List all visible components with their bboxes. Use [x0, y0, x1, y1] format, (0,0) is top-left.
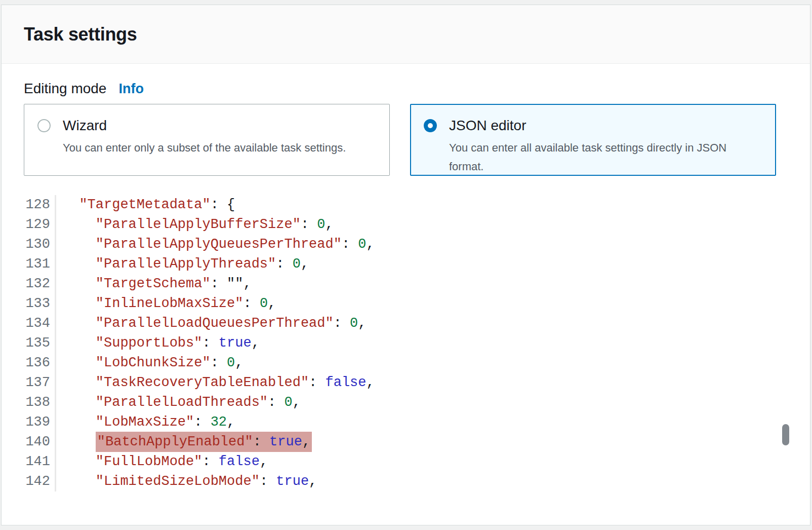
code-line[interactable]: 136 "LobChunkSize": 0,	[24, 353, 788, 373]
tile-json-editor-title: JSON editor	[449, 118, 763, 134]
code-token: :	[309, 375, 325, 390]
code-token: "FullLobMode"	[96, 454, 202, 469]
code-token: ,	[243, 276, 251, 291]
editing-mode-tiles: Wizard You can enter only a subset of th…	[24, 104, 788, 176]
code-line[interactable]: 132 "TargetSchema": "",	[24, 274, 788, 294]
panel-header: Task settings	[2, 5, 810, 64]
code-token: 0	[293, 256, 301, 272]
code-token: 0	[227, 355, 235, 370]
code-token	[63, 434, 96, 449]
json-code-editor[interactable]: 128 "TargetMetadata": {129 "ParallelAppl…	[24, 195, 788, 491]
tile-wizard-description: You can enter only a subset of the avail…	[63, 138, 377, 157]
code-token: true	[219, 335, 252, 351]
code-token: ,	[367, 375, 375, 390]
code-token: "TargetMetadata"	[79, 197, 210, 212]
code-token: ,	[252, 335, 260, 351]
code-line[interactable]: 140 "BatchApplyEnabled": true,	[24, 432, 788, 452]
code-token: 0	[317, 217, 325, 232]
code-token: :	[243, 296, 259, 311]
code-line[interactable]: 128 "TargetMetadata": {	[24, 195, 788, 215]
line-number: 132	[24, 274, 56, 294]
code-token	[63, 414, 96, 430]
code-token: "ParallelApplyBufferSize"	[96, 217, 301, 232]
code-line[interactable]: 135 "SupportLobs": true,	[24, 333, 788, 353]
editing-mode-label-row: Editing mode Info	[24, 81, 788, 97]
code-line[interactable]: 129 "ParallelApplyBufferSize": 0,	[24, 215, 788, 235]
code-token: "ParallelLoadQueuesPerThread"	[96, 316, 334, 331]
code-token: "LobMaxSize"	[96, 414, 194, 430]
code-token	[63, 276, 96, 291]
code-line[interactable]: 133 "InlineLobMaxSize": 0,	[24, 294, 788, 314]
code-token: "TargetSchema"	[96, 276, 211, 291]
code-token: ,	[293, 395, 301, 410]
code-token: :	[276, 256, 292, 272]
radio-wizard[interactable]	[37, 119, 51, 132]
code-token: ,	[301, 256, 309, 272]
code-token: :	[260, 474, 276, 489]
code-token: :	[342, 237, 358, 252]
panel-title: Task settings	[24, 24, 137, 45]
code-token: "LobChunkSize"	[96, 355, 211, 370]
code-line[interactable]: 134 "ParallelLoadQueuesPerThread": 0,	[24, 314, 788, 333]
code-token: "ParallelLoadThreads"	[96, 395, 268, 410]
code-token	[63, 217, 96, 232]
line-number: 139	[24, 412, 56, 432]
code-token: :	[301, 217, 317, 232]
code-line[interactable]: 131 "ParallelApplyThreads": 0,	[24, 254, 788, 274]
code-token: :	[202, 454, 218, 469]
code-token: ,	[326, 217, 334, 232]
code-token	[63, 335, 96, 351]
code-token: :	[194, 414, 210, 430]
code-token	[63, 316, 96, 331]
line-number: 137	[24, 373, 56, 393]
code-token: :	[202, 335, 218, 351]
code-line[interactable]: 139 "LobMaxSize": 32,	[24, 412, 788, 432]
radio-json-editor[interactable]	[424, 119, 437, 132]
line-number: 134	[24, 314, 56, 333]
code-line[interactable]: 138 "ParallelLoadThreads": 0,	[24, 393, 788, 412]
code-token: "InlineLobMaxSize"	[96, 296, 243, 311]
code-line[interactable]: 137 "TaskRecoveryTableEnabled": false,	[24, 373, 788, 393]
editor-scrollbar-thumb[interactable]	[782, 424, 789, 445]
line-number: 131	[24, 254, 56, 274]
line-number: 130	[24, 235, 56, 254]
code-token: ,	[358, 316, 366, 331]
code-token: ,	[367, 237, 375, 252]
code-token: "SupportLobs"	[96, 335, 202, 351]
line-number: 135	[24, 333, 56, 353]
line-number: 136	[24, 353, 56, 373]
line-number: 129	[24, 215, 56, 235]
code-line[interactable]: 130 "ParallelApplyQueuesPerThread": 0,	[24, 235, 788, 254]
line-number: 141	[24, 452, 56, 472]
code-token	[63, 296, 96, 311]
info-link[interactable]: Info	[118, 81, 143, 97]
code-token: 0	[260, 296, 268, 311]
code-lines: 128 "TargetMetadata": {129 "ParallelAppl…	[24, 195, 788, 491]
code-line[interactable]: 141 "FullLobMode": false,	[24, 452, 788, 472]
code-token: 32	[211, 414, 227, 430]
code-token: :	[334, 316, 350, 331]
tile-json-editor-text: JSON editor You can enter all available …	[449, 118, 763, 175]
task-settings-panel: Task settings Editing mode Info Wizard Y…	[1, 5, 810, 525]
code-token: :	[211, 355, 227, 370]
code-token	[63, 237, 96, 252]
code-token: "ParallelApplyQueuesPerThread"	[96, 237, 342, 252]
code-token: ,	[309, 474, 317, 489]
line-number: 138	[24, 393, 56, 412]
code-token: "LimitedSizeLobMode"	[96, 474, 260, 489]
code-token	[63, 197, 79, 212]
tile-json-editor[interactable]: JSON editor You can enter all available …	[410, 104, 776, 176]
code-token: true	[276, 474, 309, 489]
code-token: :	[211, 197, 227, 212]
tile-json-editor-description: You can enter all available task setting…	[449, 138, 763, 176]
code-token: 0	[350, 316, 358, 331]
line-number: 133	[24, 294, 56, 314]
line-number: 128	[24, 195, 56, 215]
panel-body: Editing mode Info Wizard You can enter o…	[2, 64, 810, 491]
code-token: "ParallelApplyThreads"	[96, 256, 276, 272]
code-token: {	[227, 197, 235, 212]
line-number: 142	[24, 472, 56, 491]
code-token: ,	[227, 414, 235, 430]
tile-wizard[interactable]: Wizard You can enter only a subset of th…	[24, 104, 390, 176]
code-line[interactable]: 142 "LimitedSizeLobMode": true,	[24, 472, 788, 491]
